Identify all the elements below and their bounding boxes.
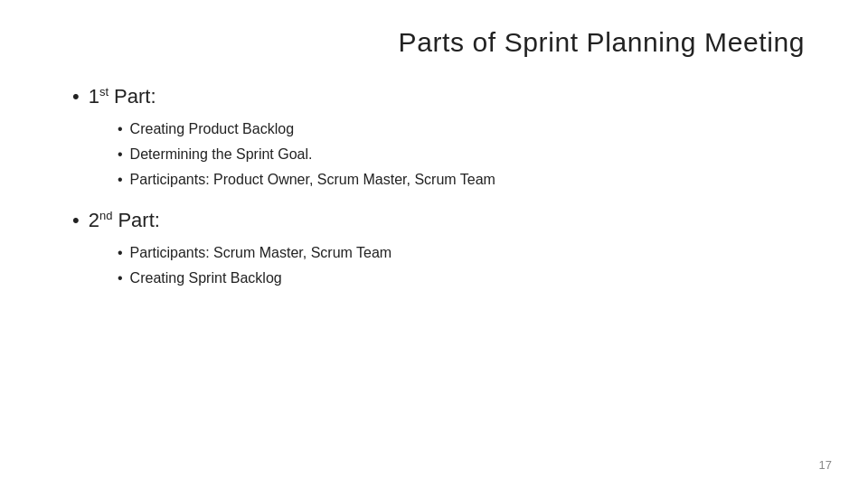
first-part-number: 1st [89,85,108,108]
section-first-part: • 1st Part: • Creating Product Backlog •… [72,85,814,191]
content-area: • 1st Part: • Creating Product Backlog •… [54,85,814,461]
second-part-label: Part: [118,209,159,232]
sub-bullet-text-1: Creating Product Backlog [130,117,294,141]
slide-title: Parts of Sprint Planning Meeting [399,27,805,57]
sub-bullet-dot-2: • [118,143,123,166]
sub-bullet-creating-product-backlog: • Creating Product Backlog [118,117,814,141]
sub-bullet-participants-second: • Participants: Scrum Master, Scrum Team [118,241,814,265]
sub-bullet-text-2: Determining the Sprint Goal. [130,143,313,166]
second-part-sub-bullets: • Participants: Scrum Master, Scrum Team… [72,241,814,289]
page-number: 17 [819,458,832,472]
sub-bullet-dot-5: • [118,267,123,290]
second-part-sup: nd [99,209,112,222]
first-part-sub-bullets: • Creating Product Backlog • Determining… [72,117,814,191]
sub-bullet-creating-sprint-backlog: • Creating Sprint Backlog [118,267,814,290]
first-part-sup: st [99,85,108,99]
sub-bullet-text-5: Creating Sprint Backlog [130,267,282,290]
first-part-label: Part: [114,85,156,108]
section-second-part: • 2nd Part: • Participants: Scrum Master… [72,209,814,290]
second-part-header: • 2nd Part: [72,209,814,232]
sub-bullet-participants-first: • Participants: Product Owner, Scrum Mas… [118,168,814,192]
slide: Parts of Sprint Planning Meeting • 1st P… [0,0,868,488]
sub-bullet-text-4: Participants: Scrum Master, Scrum Team [130,241,392,265]
sub-bullet-determining-sprint-goal: • Determining the Sprint Goal. [118,143,814,166]
second-part-number: 2nd [89,209,113,232]
sub-bullet-text-3: Participants: Product Owner, Scrum Maste… [130,168,495,192]
title-area: Parts of Sprint Planning Meeting [54,27,814,58]
first-part-header: • 1st Part: [72,85,814,108]
first-part-bullet-dot: • [72,85,80,108]
sub-bullet-dot-3: • [118,168,123,192]
second-part-bullet-dot: • [72,209,80,232]
sub-bullet-dot-4: • [118,241,123,265]
sub-bullet-dot-1: • [118,117,123,141]
